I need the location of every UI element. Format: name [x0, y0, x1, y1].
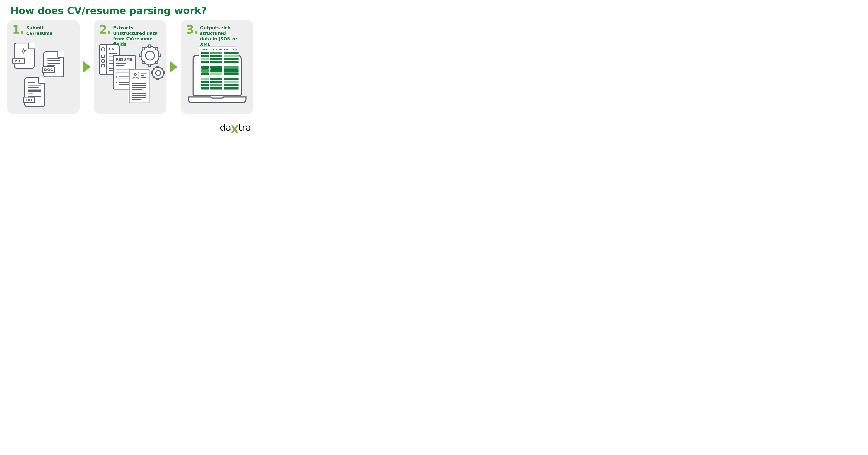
step-1-illustration: PDF DOC TXT: [7, 41, 80, 110]
laptop-icon: SKILLS EDUCATION: [188, 46, 247, 108]
sheet-header-skills: SKILLS: [202, 49, 209, 51]
daxtra-logo: daXtra: [220, 122, 251, 133]
sheet-header-education: EDUCATION: [210, 49, 222, 51]
doc-label: DOC: [42, 66, 55, 73]
step-3-number: 3.: [186, 25, 198, 35]
arrow-icon: [170, 61, 178, 73]
step-3-card: 3. Outputs rich structureddata in JSON o…: [181, 20, 253, 114]
sheet-header-employment: EMPLOYMENT: [224, 49, 239, 51]
doc-file-icon: DOC: [43, 51, 64, 77]
data-sheet: SKILLS EDUCATION: [199, 46, 236, 92]
resume-label: RESUME: [116, 57, 132, 61]
pdf-file-icon: PDF: [14, 42, 35, 69]
arrow-icon: [83, 61, 91, 73]
profile-doc-icon: [129, 69, 150, 104]
txt-file-icon: TXT: [24, 77, 45, 107]
step-2-illustration: CV RESUME: [94, 41, 167, 110]
gear-icon-small: [152, 67, 164, 79]
step-1-number: 1.: [12, 25, 25, 35]
step-1-text: SubmitCV/resume: [26, 25, 53, 36]
cv-label: CV: [109, 47, 115, 51]
pdf-label: PDF: [12, 58, 25, 64]
steps-row: 1. SubmitCV/resume PDF DOC TXT: [0, 20, 260, 114]
step-2-number: 2.: [99, 25, 112, 35]
step-3-illustration: SKILLS EDUCATION: [181, 41, 253, 110]
txt-label: TXT: [23, 96, 35, 103]
svg-point-0: [134, 73, 136, 76]
gear-icon: [141, 46, 159, 65]
step-1-card: 1. SubmitCV/resume PDF DOC TXT: [7, 20, 80, 114]
acrobat-icon: [15, 47, 34, 55]
step-2-card: 2. Extracts unstructured datafrom CV/res…: [94, 20, 167, 114]
page-title: How does CV/resume parsing work?: [10, 5, 260, 16]
